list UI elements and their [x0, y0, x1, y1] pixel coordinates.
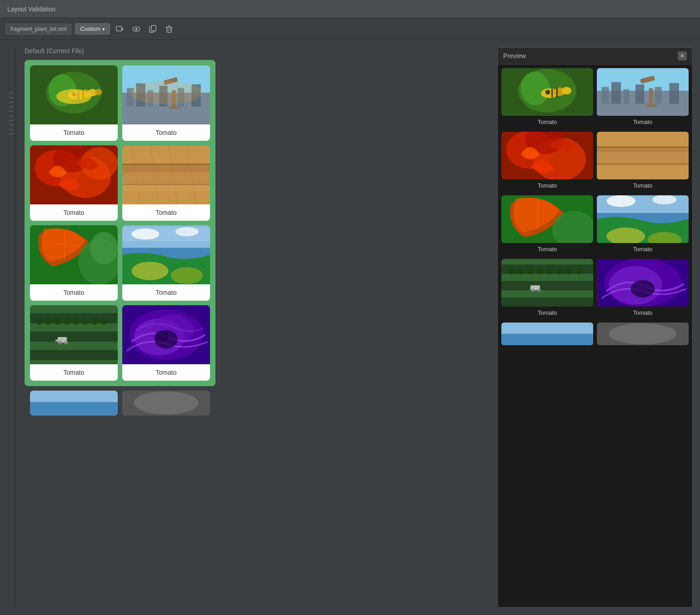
- svg-point-148: [546, 268, 553, 274]
- svg-point-61: [175, 227, 199, 236]
- preview-image-7: [501, 259, 593, 307]
- svg-point-158: [630, 280, 655, 298]
- preview-card-1[interactable]: Tomato: [501, 68, 593, 128]
- sidebar-strip: [9, 93, 14, 94]
- plant-card-7[interactable]: Tomato: [30, 305, 118, 381]
- plant-card-5[interactable]: Tomato: [30, 225, 118, 301]
- svg-point-78: [82, 317, 89, 324]
- left-panel-title: Default (Current File): [25, 47, 488, 55]
- svg-rect-141: [501, 282, 593, 289]
- svg-point-74: [45, 317, 52, 324]
- plant-card-8[interactable]: Tomato: [122, 305, 210, 381]
- preview-image-8: [597, 259, 689, 307]
- svg-point-76: [63, 317, 70, 324]
- sidebar-strip: [9, 115, 14, 116]
- preview-card-4[interactable]: Tomato: [597, 132, 689, 192]
- svg-rect-138: [501, 259, 593, 265]
- partial-card-1: [30, 391, 118, 416]
- sidebar-strips: [7, 47, 15, 608]
- svg-point-4: [135, 28, 138, 30]
- toolbar: fragment_plant_list.xml Custom: [0, 18, 700, 40]
- preview-card-6[interactable]: Tomato: [597, 195, 689, 255]
- svg-point-146: [527, 268, 534, 274]
- plant-image-2: [122, 65, 210, 124]
- preview-label-5: Tomato: [538, 243, 557, 255]
- svg-rect-140: [501, 274, 593, 281]
- svg-point-60: [131, 228, 159, 239]
- svg-point-154: [537, 288, 540, 292]
- svg-point-151: [575, 268, 582, 274]
- svg-rect-71: [30, 351, 118, 359]
- preview-image-2: [597, 68, 689, 116]
- svg-point-162: [609, 323, 677, 345]
- preview-label-3: Tomato: [538, 179, 557, 192]
- svg-rect-113: [649, 89, 653, 105]
- svg-point-97: [521, 71, 550, 105]
- sidebar-strip: [9, 102, 14, 103]
- preview-card-2[interactable]: Tomato: [597, 68, 689, 128]
- eye-icon[interactable]: [130, 23, 143, 35]
- preview-card-7[interactable]: Tomato: [501, 259, 593, 319]
- svg-rect-106: [602, 87, 609, 104]
- svg-point-56: [90, 232, 118, 264]
- preview-card-8[interactable]: Tomato: [597, 259, 689, 319]
- preview-card-3[interactable]: Tomato: [501, 132, 593, 192]
- file-tab[interactable]: fragment_plant_list.xml: [5, 24, 71, 35]
- plant-image-5: [30, 225, 118, 284]
- sidebar-strip: [9, 124, 14, 125]
- svg-point-145: [517, 268, 524, 274]
- custom-dropdown[interactable]: Custom: [75, 23, 110, 35]
- plant-card-1[interactable]: Tomato: [30, 65, 118, 141]
- svg-point-14: [49, 74, 76, 106]
- svg-rect-114: [645, 104, 657, 107]
- plant-card-4[interactable]: Tomato: [122, 145, 210, 221]
- svg-point-15: [68, 90, 85, 99]
- svg-point-21: [72, 92, 76, 96]
- preview-label-4: Tomato: [633, 179, 653, 192]
- plant-label-5: Tomato: [30, 284, 118, 301]
- chevron-down-icon: [102, 25, 105, 32]
- plant-card-2[interactable]: Tomato: [122, 65, 210, 141]
- plant-image-3: [30, 145, 118, 204]
- svg-point-90: [155, 331, 168, 342]
- add-device-icon[interactable]: [114, 23, 126, 35]
- svg-rect-7: [167, 27, 171, 32]
- preview-partial-1: [501, 322, 593, 345]
- preview-label-7: Tomato: [538, 307, 557, 319]
- sidebar-strip: [9, 120, 14, 121]
- svg-rect-122: [597, 164, 689, 179]
- svg-rect-70: [30, 342, 118, 350]
- svg-point-18: [95, 89, 102, 95]
- preview-label-1: Tomato: [538, 116, 557, 128]
- svg-point-75: [54, 317, 61, 324]
- copy-icon[interactable]: [146, 23, 159, 35]
- custom-label: Custom: [80, 25, 100, 32]
- plant-card-6[interactable]: Tomato: [122, 225, 210, 301]
- preview-close-button[interactable]: ✕: [678, 51, 687, 60]
- svg-point-34: [129, 81, 203, 104]
- delete-icon[interactable]: [163, 23, 175, 35]
- svg-rect-41: [122, 145, 210, 164]
- plant-label-6: Tomato: [122, 284, 210, 301]
- svg-point-150: [565, 268, 572, 274]
- svg-point-22: [75, 92, 76, 94]
- preview-title: Preview: [503, 52, 526, 60]
- svg-point-132: [606, 195, 635, 207]
- plant-card-3[interactable]: Tomato: [30, 145, 118, 221]
- svg-point-94: [134, 392, 198, 415]
- app-title: Layout Validation: [7, 5, 55, 13]
- svg-rect-125: [597, 152, 689, 164]
- preview-card-5[interactable]: Tomato: [501, 195, 593, 255]
- svg-rect-72: [30, 360, 118, 364]
- svg-point-149: [556, 268, 563, 274]
- preview-label-8: Tomato: [633, 307, 653, 319]
- svg-point-84: [64, 341, 68, 344]
- svg-rect-108: [623, 89, 629, 104]
- plant-label-8: Tomato: [122, 364, 210, 381]
- preview-image-4: [597, 132, 689, 179]
- plant-image-4: [122, 145, 210, 204]
- plant-image-7: [30, 305, 118, 364]
- svg-point-80: [100, 317, 107, 324]
- svg-rect-107: [611, 82, 621, 104]
- right-panel: Preview ✕: [497, 47, 693, 608]
